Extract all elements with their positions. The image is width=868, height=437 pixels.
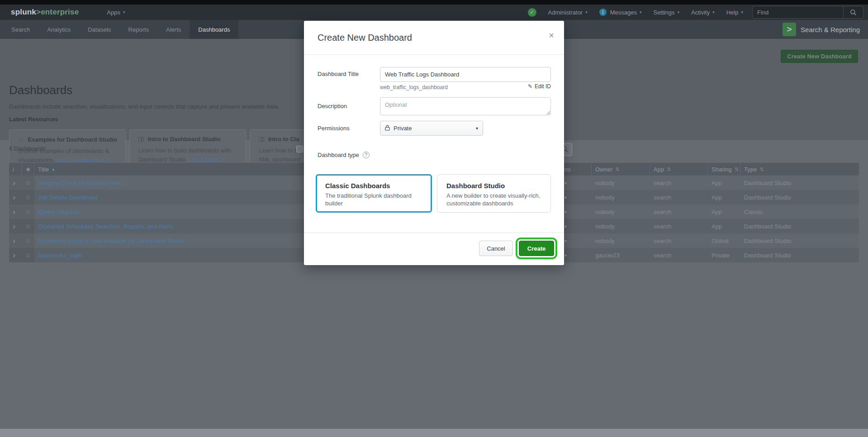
user-avatar-check-icon[interactable]: ✓ (528, 8, 536, 17)
tab-dashboards[interactable]: Dashboards (190, 20, 238, 39)
row-type: Classic (740, 204, 859, 219)
resource-card-title: Intro to Dashboard Studio (148, 136, 220, 142)
row-star-icon[interactable]: ☆ (25, 252, 31, 259)
row-actions-caret-icon[interactable]: ▾ (564, 253, 567, 258)
app-context[interactable]: > Search & Reporting (783, 20, 868, 39)
description-textarea[interactable] (380, 97, 551, 115)
row-type: Dashboard Studio (740, 176, 859, 190)
activity-menu-label: Activity (691, 9, 710, 16)
caret-down-icon: ▾ (476, 126, 478, 131)
app-context-label: Search & Reporting (801, 26, 860, 33)
row-expand-chevron-icon[interactable]: › (13, 193, 15, 201)
modal-header-divider (304, 54, 564, 55)
help-icon[interactable]: ? (363, 152, 370, 158)
row-expand-chevron-icon[interactable]: › (13, 237, 15, 245)
activity-menu[interactable]: Activity ▾ (691, 9, 715, 16)
splunk-enterprise-logo: splunk>enterprise (11, 8, 79, 17)
apps-menu[interactable]: Apps ▾ (107, 9, 125, 16)
header-info-column: i (9, 163, 22, 176)
row-sharing: App (708, 176, 740, 190)
row-owner: nobody (592, 190, 650, 204)
row-type: Dashboard Studio (740, 248, 859, 262)
edit-id-link[interactable]: ✎ Edit ID (528, 83, 551, 90)
row-app: search (650, 233, 708, 248)
dashboard-title-link[interactable]: Job Details Dashboard (38, 194, 98, 201)
book-icon (259, 137, 264, 142)
select-all-checkbox[interactable] (296, 146, 303, 152)
create-dashboard-modal: Create New Dashboard × Dashboard Title w… (304, 21, 564, 265)
row-sharing: App (708, 219, 740, 233)
settings-menu[interactable]: Settings ▾ (654, 9, 680, 16)
row-expand-chevron-icon[interactable]: › (13, 208, 15, 216)
search-reporting-logo-icon: > (783, 23, 796, 36)
row-actions-caret-icon[interactable]: ▾ (564, 180, 567, 185)
tab-search[interactable]: Search (3, 20, 38, 39)
permissions-value: Private (394, 125, 412, 132)
tab-datasets[interactable]: Datasets (79, 20, 119, 39)
book-icon (138, 137, 144, 142)
row-star-icon[interactable]: ☆ (25, 208, 31, 215)
create-button[interactable]: Create (519, 241, 554, 256)
learn-more-link[interactable]: Learn More (189, 156, 218, 163)
settings-menu-label: Settings (654, 9, 675, 16)
row-owner: nobody (592, 219, 650, 233)
type-option-classic-dashboards[interactable]: Classic Dashboards The traditional Splun… (316, 174, 432, 213)
row-actions-caret-icon[interactable]: ▾ (564, 209, 567, 214)
permissions-dropdown[interactable]: Private ▾ (380, 121, 483, 136)
close-icon[interactable]: × (549, 31, 554, 40)
row-star-icon[interactable]: ☆ (25, 179, 31, 186)
row-actions-caret-icon[interactable]: ▾ (564, 224, 567, 229)
sort-both-icon: ⇅ (759, 166, 764, 172)
visit-example-hub-link[interactable]: Visit Example Hub (57, 157, 104, 163)
row-expand-chevron-icon[interactable]: › (13, 251, 15, 259)
dashboard-title-link[interactable]: Scheduled export is now available for Da… (38, 238, 184, 244)
dashboard-type-label: Dashboard type ? (318, 152, 370, 158)
page-subtitle: Dashboards include searches, visualizati… (9, 103, 280, 110)
row-expand-chevron-icon[interactable]: › (13, 222, 15, 230)
row-owner: nobody (592, 176, 650, 190)
caret-down-icon: ▾ (712, 10, 715, 14)
dashboard-title-input[interactable] (380, 67, 551, 82)
tab-reports[interactable]: Reports (120, 20, 158, 39)
splunk-top-bar: splunk>enterprise Apps ▾ ✓ Administrator… (0, 5, 868, 20)
row-star-icon[interactable]: ☆ (25, 237, 31, 244)
row-expand-chevron-icon[interactable]: › (13, 179, 15, 187)
header-app-column[interactable]: App ⇅ (650, 163, 708, 176)
star-filled-icon: ★ (25, 166, 31, 173)
latest-resources-label: Latest Resources (9, 116, 58, 123)
create-new-dashboard-button[interactable]: Create New Dashboard (781, 50, 858, 63)
splunk-dashboards-page: splunk>enterprise Apps ▾ ✓ Administrator… (0, 0, 868, 437)
user-menu[interactable]: Administrator ▾ (548, 9, 588, 16)
description-label: Description (318, 103, 347, 109)
dashboard-title-link[interactable]: Orphaned Scheduled Searches, Reports, an… (38, 223, 173, 230)
row-type: Dashboard Studio (740, 233, 859, 248)
modal-footer-divider (304, 233, 564, 233)
row-actions-caret-icon[interactable]: ▾ (564, 195, 567, 200)
header-sharing-column[interactable]: Sharing ⇅ (708, 163, 740, 176)
actions-header-partial: ns (564, 166, 571, 173)
row-star-icon[interactable]: ☆ (25, 194, 31, 201)
find-input[interactable] (753, 6, 843, 18)
cancel-button[interactable]: Cancel (479, 241, 513, 256)
row-owner: nobody (592, 204, 650, 219)
row-type: Dashboard Studio (740, 190, 859, 204)
header-owner-column[interactable]: Owner ⇅ (592, 163, 650, 176)
sort-both-icon: ⇅ (735, 166, 739, 172)
row-actions-caret-icon[interactable]: ▾ (564, 238, 567, 243)
type-option-dashboard-studio[interactable]: Dashboard Studio A new builder to create… (437, 174, 551, 213)
help-menu[interactable]: Help ▾ (726, 9, 743, 16)
messages-menu[interactable]: 1 Messages ▾ (599, 9, 642, 16)
search-icon[interactable] (843, 6, 863, 18)
header-type-column[interactable]: Type ⇅ (740, 163, 859, 176)
dashboard-title-link[interactable]: Integrity Check of Installed Files (38, 180, 121, 186)
tab-analytics[interactable]: Analytics (38, 20, 79, 39)
sort-both-icon: ⇅ (667, 166, 671, 172)
page-title: Dashboards (9, 83, 72, 97)
row-app: search (650, 204, 708, 219)
lock-icon (385, 125, 390, 132)
dashboard-title-link[interactable]: jQuery Upgrade (38, 209, 80, 215)
tab-alerts[interactable]: Alerts (157, 20, 190, 39)
row-star-icon[interactable]: ☆ (25, 223, 31, 230)
dashboard-title-link[interactable]: Successful_login (38, 252, 82, 259)
header-star-column[interactable]: ★ (22, 163, 34, 176)
